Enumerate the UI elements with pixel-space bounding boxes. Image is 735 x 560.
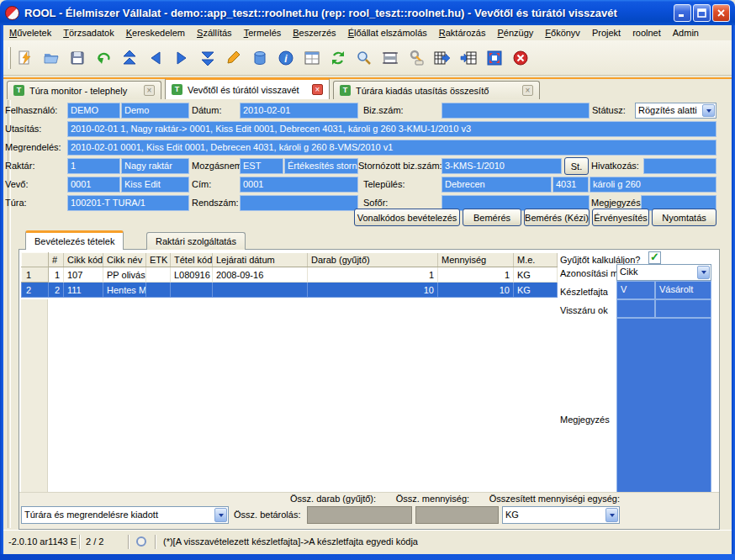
table-cell[interactable]: 10: [308, 283, 438, 298]
column-header[interactable]: Lejárati dátum: [213, 253, 308, 267]
menu-item-admin[interactable]: Admin: [667, 25, 705, 40]
toolbar-button-stop[interactable]: [509, 46, 532, 70]
menu-item-kereskedelem[interactable]: Kereskedelem: [120, 25, 191, 40]
dropdown-button[interactable]: [214, 508, 227, 522]
bemeres-button[interactable]: Bemérés: [463, 209, 521, 226]
tura-field[interactable]: 100201-T TURA/1: [67, 195, 189, 211]
megjegyzes-area[interactable]: [616, 318, 711, 521]
vevo-name-field[interactable]: Kiss Edit: [121, 177, 189, 193]
menu-item-roolnet[interactable]: roolnet: [627, 25, 667, 40]
table-cell[interactable]: KG: [514, 267, 558, 283]
toolbar-button-next-record[interactable]: [170, 46, 193, 70]
telepules-field[interactable]: Debrecen: [442, 177, 552, 193]
toolbar-button-fullscreen[interactable]: [483, 46, 506, 70]
ossz-mennyiseg-field[interactable]: [415, 506, 499, 524]
mozgasnem-name-field[interactable]: Értékesítés storn: [284, 158, 358, 174]
menu-item-muveletek[interactable]: Műveletek: [3, 25, 57, 40]
column-header[interactable]: M.e.: [514, 253, 558, 267]
menu-item-beszerzes[interactable]: Beszerzés: [287, 25, 341, 40]
column-header[interactable]: Darab (gyűjtő): [308, 253, 438, 267]
toolbar-button-first-record[interactable]: [118, 46, 141, 70]
st-button[interactable]: St.: [564, 157, 589, 175]
table-cell[interactable]: 1: [438, 267, 514, 283]
gyujto-checkbox[interactable]: [648, 251, 661, 264]
tab-tura-monitor[interactable]: Túra monitor - telephely: [7, 81, 161, 99]
tab-close-icon[interactable]: [312, 84, 323, 95]
table-cell[interactable]: 107: [64, 267, 103, 283]
table-cell[interactable]: 2: [49, 283, 64, 298]
table-cell[interactable]: [213, 283, 308, 298]
menu-item-penzugy[interactable]: Pénzügy: [491, 25, 539, 40]
table-cell[interactable]: [146, 283, 171, 298]
table-cell[interactable]: 111: [64, 283, 103, 298]
datum-field[interactable]: 2010-02-01: [240, 103, 358, 119]
bizszam-field[interactable]: [442, 103, 590, 119]
table-cell[interactable]: [146, 267, 171, 283]
dropdown-button[interactable]: [697, 266, 710, 279]
row-header[interactable]: 1: [22, 267, 49, 283]
utca-field[interactable]: károli g 260: [590, 177, 716, 193]
toolbar-button-execute[interactable]: [13, 46, 37, 70]
visszaru-ok-name-cell[interactable]: [655, 299, 711, 318]
maximize-button[interactable]: [693, 4, 711, 22]
egyseg-select[interactable]: KG: [502, 506, 620, 524]
keszletfajta-code-cell[interactable]: V: [616, 281, 655, 299]
stornozott-bizszam-field[interactable]: 3-KMS-1/2010: [442, 158, 562, 174]
toolbar-button-export-grid[interactable]: [431, 46, 454, 70]
ervenyesites-button[interactable]: Érvényesítés: [592, 209, 649, 226]
table-cell[interactable]: PP olivás f: [103, 267, 146, 283]
vonalkodos-bevetelezes-button[interactable]: Vonalkódos bevételezés: [354, 209, 460, 226]
toolbar-grip[interactable]: [8, 47, 11, 69]
menu-item-termeles[interactable]: Termelés: [238, 25, 288, 40]
row-header[interactable]: 2: [22, 283, 49, 298]
felhasznalo-code-field[interactable]: DEMO: [67, 103, 120, 119]
table-cell[interactable]: 1: [308, 267, 438, 283]
table-cell[interactable]: 2008-09-16: [213, 267, 308, 283]
toolbar-button-database[interactable]: [248, 46, 272, 70]
tab-close-icon[interactable]: [144, 85, 155, 96]
table-cell[interactable]: KG: [514, 283, 558, 298]
menu-item-fokonyv[interactable]: Főkönyv: [539, 25, 586, 40]
column-header[interactable]: Tétel kód: [171, 253, 213, 267]
table-row-selected[interactable]: 2 2 111 Hentes M. 10 10 KG: [22, 283, 558, 298]
keszletfajta-name-cell[interactable]: Vásárolt: [655, 281, 711, 299]
menu-item-torzsadatok[interactable]: Törzsadatok: [57, 25, 120, 40]
menu-item-szallitas[interactable]: Szállítás: [191, 25, 238, 40]
cim-field[interactable]: 0001: [240, 177, 358, 193]
tab-raktari-szolgaltatas[interactable]: Raktári szolgáltatás: [146, 232, 246, 250]
dropdown-button[interactable]: [605, 508, 618, 522]
toolbar-button-undo[interactable]: [92, 46, 115, 70]
column-header[interactable]: ETK: [146, 253, 171, 267]
felhasznalo-name-field[interactable]: Demo: [121, 103, 189, 119]
tab-bevetelezes-tetelek[interactable]: Bevételezés tételek: [25, 230, 124, 250]
azonositasi-mod-select[interactable]: Cikk: [616, 264, 711, 281]
table-cell[interactable]: [171, 283, 213, 298]
toolbar-button-tools[interactable]: [405, 46, 428, 70]
toolbar-button-info[interactable]: i: [274, 46, 298, 70]
toolbar-button-last-record[interactable]: [196, 46, 219, 70]
close-button[interactable]: [712, 4, 730, 22]
tab-close-icon[interactable]: [522, 85, 533, 96]
toolbar-button-edit[interactable]: [222, 46, 246, 70]
mozgasnem-code-field[interactable]: EST: [240, 158, 283, 174]
dropdown-button[interactable]: [702, 104, 715, 117]
menu-item-eloallat-elszamolas[interactable]: Élőállat elszámolás: [342, 25, 433, 40]
kiadott-mode-select[interactable]: Túrára és megrendelésre kiadott: [21, 506, 229, 524]
bemeres-kezi-button[interactable]: Bemérés (Kézi): [524, 209, 590, 226]
toolbar-button-save[interactable]: [66, 46, 89, 70]
column-header[interactable]: #: [49, 253, 64, 267]
statusz-select[interactable]: Rögzítés alatti: [635, 103, 716, 119]
raktar-name-field[interactable]: Nagy raktár: [121, 158, 189, 174]
table-row[interactable]: 1 1 107 PP olivás f L080916 2008-09-16 1…: [22, 267, 558, 283]
column-header[interactable]: Mennyiség: [438, 253, 514, 267]
tab-turara-kiadas-osszesito[interactable]: Túrára kiadás utasítás összesítő: [333, 81, 540, 99]
rendszam-field[interactable]: [240, 195, 358, 211]
column-header[interactable]: Cikk név: [103, 253, 146, 267]
vevo-code-field[interactable]: 0001: [67, 177, 120, 193]
toolbar-button-import-grid[interactable]: [457, 46, 480, 70]
utasitas-field[interactable]: 2010-02-01 1, Nagy raktár-> 0001, Kiss E…: [67, 121, 716, 137]
table-cell[interactable]: L080916: [171, 267, 213, 283]
nyomtatas-button[interactable]: Nyomtatás: [652, 209, 716, 226]
ossz-darab-field[interactable]: [307, 506, 412, 524]
iranyitoszam-field[interactable]: 4031: [553, 177, 589, 193]
